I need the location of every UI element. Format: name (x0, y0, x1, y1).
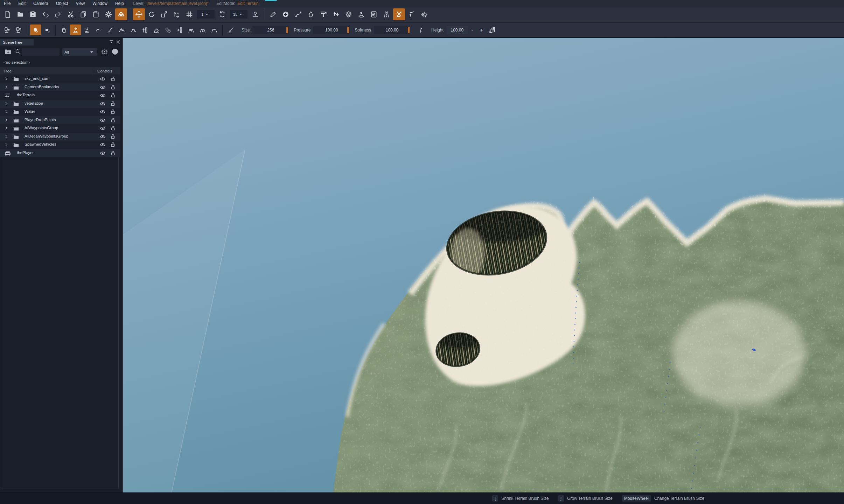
redo-button[interactable] (52, 8, 64, 20)
tree-row[interactable]: PlayerDropPoints (0, 116, 120, 125)
slider-handle[interactable] (286, 27, 288, 33)
snap-to-terrain-button[interactable] (249, 8, 261, 20)
repair-terrain-button[interactable] (162, 24, 173, 35)
menu-view[interactable]: View (72, 1, 89, 6)
lower-height-button[interactable] (82, 24, 92, 35)
set-slope-button[interactable] (415, 24, 426, 35)
cut-button[interactable] (65, 8, 77, 20)
raise-to-limit-button[interactable] (186, 24, 196, 35)
visibility-eye-icon[interactable] (100, 118, 106, 124)
object-editor-button[interactable] (267, 8, 279, 20)
set-height-button[interactable] (139, 24, 150, 35)
editmode-value[interactable]: Edit Terrain (237, 1, 258, 6)
locate-object-button[interactable] (101, 48, 108, 56)
tree-row-player[interactable]: thePlayer (0, 149, 120, 158)
path-editor-button[interactable] (292, 8, 304, 20)
paste-button[interactable] (90, 8, 102, 20)
panel-close-button[interactable] (116, 40, 121, 45)
expand-chevron-icon[interactable] (4, 134, 8, 139)
mesh-editor-button[interactable] (343, 8, 355, 20)
visibility-eye-icon[interactable] (100, 134, 106, 140)
unlock-icon[interactable] (110, 125, 116, 132)
add-object-button[interactable] (280, 8, 292, 20)
height-field[interactable]: 100.00 (446, 26, 468, 34)
visibility-eye-icon[interactable] (100, 142, 106, 148)
lower-to-limit-button[interactable] (197, 24, 208, 35)
tree-row[interactable]: CameraBookmarks (0, 83, 120, 92)
transform-space-button[interactable]: w (171, 8, 183, 20)
softness-field[interactable]: 100.00 (374, 26, 410, 34)
particle-editor-button[interactable] (355, 8, 367, 20)
grab-terrain-button[interactable] (58, 24, 69, 35)
filter-dropdown[interactable]: All (62, 48, 97, 56)
tree-row[interactable]: Water (0, 108, 120, 116)
visibility-eye-icon[interactable] (100, 85, 106, 91)
expand-chevron-icon[interactable] (4, 85, 8, 90)
flatten-button[interactable] (128, 24, 139, 35)
scale-button[interactable] (158, 8, 170, 20)
search-input[interactable] (22, 48, 60, 56)
height-increment-button[interactable]: + (480, 27, 483, 33)
rotation-snap-angle-dropdown[interactable]: 15 (230, 10, 247, 19)
vehicle-button[interactable] (115, 8, 127, 20)
unlock-icon[interactable] (110, 84, 116, 91)
menu-window[interactable]: Window (89, 1, 111, 6)
panel-collapse-button[interactable] (109, 40, 114, 45)
smooth-slope-button[interactable] (105, 24, 116, 35)
square-brush-button[interactable] (42, 24, 53, 35)
unlock-icon[interactable] (110, 142, 116, 148)
paint-material-button[interactable] (225, 24, 236, 35)
unlock-icon[interactable] (110, 101, 116, 107)
tree-row[interactable]: AIWaypointsGroup (0, 124, 120, 133)
visibility-eye-icon[interactable] (100, 126, 106, 132)
road-editor-button[interactable] (381, 8, 392, 20)
unlock-icon[interactable] (110, 117, 116, 124)
tree-row[interactable]: SpawnedVehicles (0, 141, 120, 149)
raise-height-button[interactable] (70, 24, 81, 35)
expand-chevron-icon[interactable] (4, 118, 8, 123)
new-file-button[interactable] (2, 8, 14, 20)
heightmap-import-button[interactable] (13, 24, 24, 35)
decal-editor-button[interactable] (318, 8, 329, 20)
translate-button[interactable] (133, 8, 145, 20)
slider-handle[interactable] (347, 27, 349, 33)
level-path[interactable]: [/levels/template/main.level.json]* (147, 1, 209, 6)
noise-button[interactable] (116, 24, 127, 35)
unlock-icon[interactable] (110, 76, 116, 82)
pressure-field[interactable]: 100.00 (313, 26, 350, 34)
visibility-eye-icon[interactable] (100, 76, 106, 82)
rotation-snap-button[interactable] (216, 8, 228, 20)
clear-terrain-button[interactable] (151, 24, 162, 35)
settings-button[interactable] (103, 8, 114, 20)
rotate-button[interactable] (146, 8, 158, 20)
ellipse-brush-button[interactable] (30, 24, 41, 35)
heightmap-export-button[interactable] (2, 24, 13, 35)
size-field[interactable]: 256 (252, 26, 289, 34)
add-group-button[interactable] (4, 48, 12, 56)
undo-button[interactable] (40, 8, 51, 20)
ai-editor-button[interactable] (418, 8, 430, 20)
viewport-3d[interactable] (123, 38, 844, 493)
forest-editor-button[interactable] (330, 8, 342, 20)
expand-chevron-icon[interactable] (4, 126, 8, 131)
terrain-properties-button[interactable] (487, 24, 498, 35)
tree-row-terrain[interactable]: theTerrain (0, 91, 120, 100)
grid-snap-size-dropdown[interactable]: 1 (197, 10, 215, 19)
tree-row[interactable]: vegetation (0, 100, 120, 108)
shape-editor-button[interactable] (305, 8, 317, 20)
tree-row[interactable]: AIDecalWaypointsGroup (0, 133, 120, 141)
river-editor-button[interactable] (368, 8, 380, 20)
slider-handle[interactable] (408, 27, 410, 33)
unlock-icon[interactable] (110, 134, 116, 140)
visibility-eye-icon[interactable] (100, 93, 106, 99)
visibility-eye-icon[interactable] (100, 109, 106, 115)
expand-chevron-icon[interactable] (4, 77, 8, 82)
unlock-icon[interactable] (110, 109, 116, 115)
copy-button[interactable] (77, 8, 89, 20)
expand-chevron-icon[interactable] (4, 142, 8, 147)
menu-help[interactable]: Help (111, 1, 128, 6)
visibility-eye-icon[interactable] (100, 150, 106, 156)
set-empty-button[interactable] (174, 24, 185, 35)
menu-file[interactable]: File (0, 1, 14, 6)
menu-camera[interactable]: Camera (29, 1, 52, 6)
